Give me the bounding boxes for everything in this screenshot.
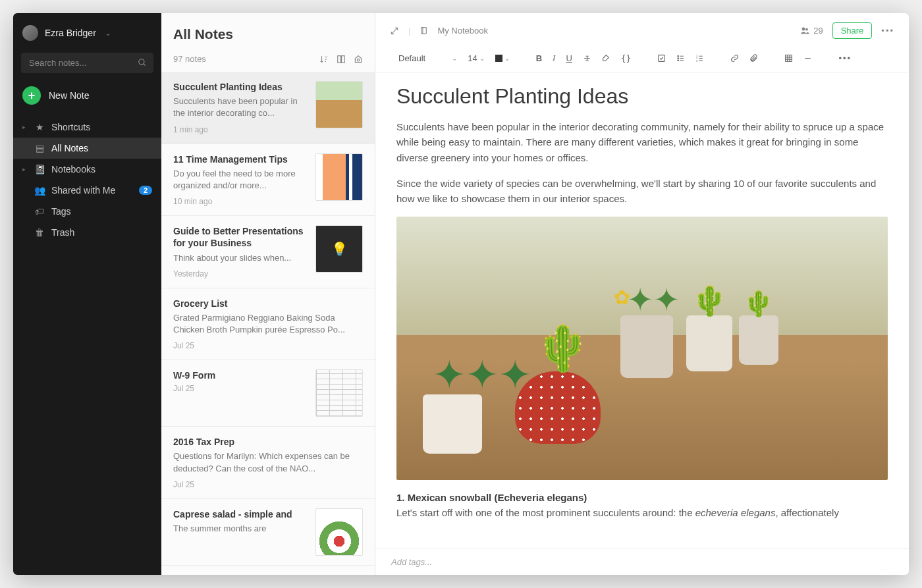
view-icon[interactable] xyxy=(337,55,346,64)
search-wrap xyxy=(21,53,153,73)
font-select[interactable]: Default⌄ xyxy=(395,51,460,65)
note-item[interactable]: 2016 Tax PrepQuestions for Marilyn: Whic… xyxy=(161,427,375,499)
editor-topbar: | My Notebook 29 Share ••• xyxy=(375,13,909,45)
nav: ▸ ★ Shortcuts ▤ All Notes ▸ 📓 Notebooks … xyxy=(13,117,161,243)
number-list-icon[interactable]: 123 xyxy=(692,52,707,65)
table-icon[interactable] xyxy=(781,52,796,65)
note-thumbnail xyxy=(315,508,363,556)
svg-rect-22 xyxy=(786,55,792,61)
nav-label: Trash xyxy=(51,227,74,238)
share-count-value: 29 xyxy=(813,26,823,36)
people-icon xyxy=(800,26,810,36)
nav-all-notes[interactable]: ▤ All Notes xyxy=(13,138,161,159)
new-note-label: New Note xyxy=(49,90,89,101)
underline-icon[interactable]: U xyxy=(562,51,575,65)
color-picker[interactable]: ⌄ xyxy=(492,53,513,64)
notes-icon: ▤ xyxy=(34,143,45,153)
search-input[interactable] xyxy=(21,53,153,73)
nav-trash[interactable]: 🗑 Trash xyxy=(13,222,161,243)
share-count[interactable]: 29 xyxy=(800,26,823,36)
user-menu[interactable]: Ezra Bridger ⌄ xyxy=(13,20,161,46)
list-header: All Notes xyxy=(161,13,375,47)
note-title: W-9 Form xyxy=(173,369,308,381)
format-toolbar: Default⌄ 14 ⌄ ⌄ B I U {} 123 ••• xyxy=(375,45,909,72)
nav-shared[interactable]: 👥 Shared with Me 2 xyxy=(13,180,161,201)
note-snippet: The summer months are xyxy=(173,523,308,535)
note-thumbnail: 💡 xyxy=(315,225,363,273)
people-icon: 👥 xyxy=(34,185,45,196)
note-item[interactable]: Succulent Planting IdeasSucculents have … xyxy=(161,72,375,144)
note-date: Jul 25 xyxy=(173,384,308,393)
list-title: All Notes xyxy=(173,26,363,42)
reminder-icon[interactable] xyxy=(354,55,363,64)
notebook-icon: 📓 xyxy=(34,164,45,174)
bold-icon[interactable]: B xyxy=(533,51,545,65)
username: Ezra Bridger xyxy=(45,28,96,38)
font-size-select[interactable]: 14 ⌄ xyxy=(464,51,487,65)
note-snippet: Questions for Marilyn: Which expenses ca… xyxy=(173,450,363,474)
note-date: Jul 25 xyxy=(173,480,363,489)
sort-icon[interactable] xyxy=(319,55,329,64)
svg-rect-9 xyxy=(659,55,665,61)
note-title: Caprese salad - simple and xyxy=(173,508,308,520)
avatar xyxy=(22,25,38,41)
code-icon[interactable]: {} xyxy=(618,51,635,65)
note-snippet: Do you feel the need to be more organize… xyxy=(173,168,308,192)
nav-tags[interactable]: 🏷 Tags xyxy=(13,201,161,222)
expand-icon[interactable] xyxy=(390,26,399,36)
svg-line-1 xyxy=(144,64,146,66)
bullet-list-icon[interactable] xyxy=(673,52,688,65)
note-title: Guide to Better Presentations for your B… xyxy=(173,225,308,249)
svg-point-0 xyxy=(139,59,144,65)
svg-rect-3 xyxy=(342,55,345,63)
tag-icon: 🏷 xyxy=(34,206,45,217)
note-list-panel: All Notes 97 notes Succulent Planting Id… xyxy=(161,13,375,575)
svg-point-8 xyxy=(805,28,808,31)
doc-heading: 1. Mexican snowball (Echeveria elegans) xyxy=(396,492,888,503)
notebook-icon xyxy=(420,26,428,35)
note-item[interactable]: Guide to Better Presentations for your B… xyxy=(161,216,375,288)
highlight-icon[interactable] xyxy=(599,52,614,65)
nav-label: Shortcuts xyxy=(51,122,90,132)
note-date: 1 min ago xyxy=(173,125,308,134)
doc-paragraph: Let's start off with one of the most pro… xyxy=(396,506,888,521)
strike-icon[interactable] xyxy=(580,52,595,65)
chevron-down-icon: ⌄ xyxy=(105,30,111,37)
nav-label: Tags xyxy=(51,206,71,217)
nav-shortcuts[interactable]: ▸ ★ Shortcuts xyxy=(13,117,161,138)
share-button[interactable]: Share xyxy=(832,22,873,39)
note-snippet: Succulents have been popular in the inte… xyxy=(173,95,308,119)
checkbox-icon[interactable] xyxy=(654,52,669,65)
badge: 2 xyxy=(139,186,152,195)
hr-icon[interactable] xyxy=(800,52,815,65)
note-item[interactable]: 11 Time Management TipsDo you feel the n… xyxy=(161,144,375,217)
note-item[interactable]: Caprese salad - simple andThe summer mon… xyxy=(161,499,375,566)
more-format-icon[interactable]: ••• xyxy=(835,51,855,65)
editor-content[interactable]: Succulent Planting Ideas Succulents have… xyxy=(375,72,909,548)
tag-input[interactable]: Add tags... xyxy=(375,548,909,575)
note-item[interactable]: Grocery ListGrated Parmigiano Reggiano B… xyxy=(161,288,375,361)
italic-icon[interactable]: I xyxy=(549,51,558,65)
notes-scroll[interactable]: Succulent Planting IdeasSucculents have … xyxy=(161,72,375,575)
note-title: Succulent Planting Ideas xyxy=(173,81,308,93)
svg-rect-2 xyxy=(338,55,341,63)
list-tools xyxy=(319,55,363,64)
note-thumbnail xyxy=(315,153,363,201)
svg-rect-5 xyxy=(421,28,427,34)
note-item[interactable]: W-9 FormJul 25 xyxy=(161,360,375,427)
nav-label: Shared with Me xyxy=(51,185,115,196)
caret-icon: ▸ xyxy=(22,124,28,130)
note-snippet: Think about your slides when... xyxy=(173,252,308,264)
more-icon[interactable]: ••• xyxy=(881,26,894,36)
nav-notebooks[interactable]: ▸ 📓 Notebooks xyxy=(13,159,161,180)
note-title: 2016 Tax Prep xyxy=(173,436,363,448)
attach-icon[interactable] xyxy=(746,52,761,65)
star-icon: ★ xyxy=(34,122,45,132)
notebook-name[interactable]: My Notebook xyxy=(437,26,488,36)
doc-paragraph: Succulents have been popular in the inte… xyxy=(396,119,888,165)
note-title: Grocery List xyxy=(173,298,363,309)
plus-icon: + xyxy=(22,86,41,105)
link-icon[interactable] xyxy=(727,52,742,65)
new-note-button[interactable]: + New Note xyxy=(13,80,161,111)
svg-point-4 xyxy=(357,59,360,61)
